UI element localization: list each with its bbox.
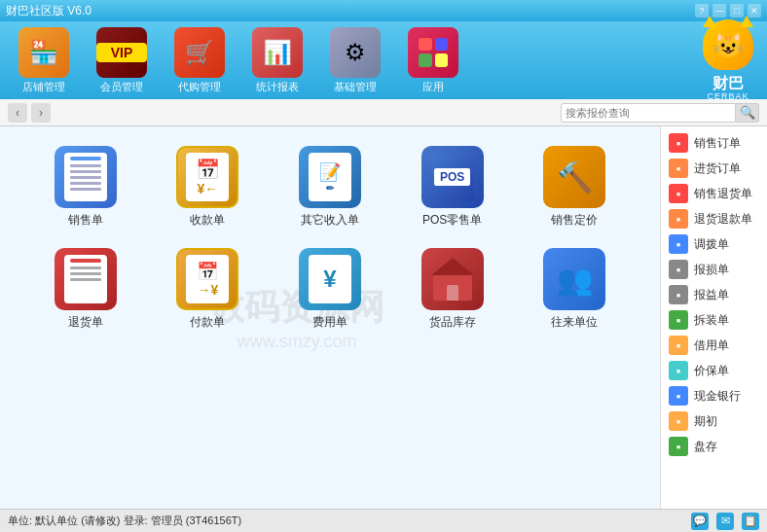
status-text: 单位: 默认单位 (请修改) 登录: 管理员 (3T46156T) — [8, 514, 241, 528]
sidebar-item-adjust-order[interactable]: ▪调拨单 — [661, 231, 767, 257]
sidebar-items: ▪销售订单▪进货订单▪销售退货单▪退货退款单▪调拨单▪报损单▪报益单▪拆装单▪借… — [661, 130, 767, 459]
toolbar-item-app[interactable]: 应用 — [399, 27, 467, 94]
toolbar-item-agent[interactable]: 🛒代购管理 — [165, 27, 234, 94]
content-item-warehouse[interactable]: 货品库存 — [396, 248, 509, 331]
logo-brand: 财巴 — [712, 76, 744, 91]
sidebar-label-unpack-order: 拆装单 — [694, 312, 729, 329]
content-icon-pos: POS — [421, 146, 484, 208]
status-right-icons: 💬 ✉ 📋 — [691, 513, 759, 530]
sidebar-label-sales-order: 销售订单 — [694, 135, 741, 152]
content-item-pricing[interactable]: 🔨销售定价 — [518, 146, 631, 229]
sidebar-item-sales-order[interactable]: ▪销售订单 — [661, 130, 767, 156]
toolbar-label-agent: 代购管理 — [178, 80, 221, 94]
sidebar-label-borrow-order: 借用单 — [694, 337, 729, 354]
sidebar-label-period: 期初 — [694, 413, 717, 430]
content-item-payment[interactable]: 📅 →¥ 付款单 — [152, 248, 265, 331]
content-icon-receipt: 📅 ¥← — [176, 146, 238, 208]
sidebar-item-cash-bank[interactable]: ▪现金银行 — [661, 383, 767, 408]
toolbar-label-stats: 统计报表 — [256, 80, 299, 94]
status-email-icon[interactable]: ✉ — [716, 513, 734, 530]
sidebar-item-sales-return-order[interactable]: ▪销售退货单 — [661, 181, 767, 206]
search-box: 🔍 — [561, 103, 759, 123]
status-notify-icon[interactable]: 📋 — [742, 513, 759, 530]
status-bar: 单位: 默认单位 (请修改) 登录: 管理员 (3T46156T) 💬 ✉ 📋 — [0, 509, 767, 532]
content-icon-partners: 👥 — [543, 248, 605, 310]
content-item-return[interactable]: 退货单 — [29, 248, 142, 331]
sidebar-item-unpack-order[interactable]: ▪拆装单 — [661, 307, 767, 333]
status-chat-icon[interactable]: 💬 — [691, 513, 709, 530]
toolbar-item-vip[interactable]: VIP会员管理 — [88, 27, 156, 94]
toolbar-icon-stats: 📊 — [252, 27, 303, 78]
toolbar-item-shop[interactable]: 🏪店铺管理 — [10, 27, 78, 94]
sidebar-label-price-order: 价保单 — [694, 363, 729, 379]
sidebar-icon-count-order: ▪ — [669, 260, 688, 279]
back-button[interactable]: ‹ — [8, 103, 27, 123]
content-icon-payment: 📅 →¥ — [176, 248, 238, 310]
search-button[interactable]: 🔍 — [736, 103, 759, 123]
sidebar-label-purchase-order: 进货订单 — [694, 160, 741, 177]
logo-brand-en: CERBAK — [707, 91, 749, 101]
content-item-partners[interactable]: 👥往来单位 — [518, 248, 631, 331]
sidebar-icon-cash-bank: ▪ — [669, 386, 688, 406]
toolbar: 🏪店铺管理VIP会员管理🛒代购管理📊统计报表⚙基础管理 应用 😺 财巴 CERB… — [0, 21, 767, 99]
sidebar-icon-sales-order: ▪ — [669, 133, 688, 153]
sidebar-icon-inventory-order: ▪ — [669, 285, 688, 304]
sidebar-icon-purchase-order: ▪ — [669, 159, 688, 178]
content-item-expense[interactable]: ¥ 费用单 — [274, 248, 386, 331]
content-item-otherincome[interactable]: 📝 ✏ 其它收入单 — [274, 146, 386, 229]
content-label-otherincome: 其它收入单 — [301, 212, 359, 229]
sidebar-item-period[interactable]: ▪期初 — [661, 408, 767, 434]
sidebar-label-count-order: 报损单 — [694, 262, 729, 278]
main-area: 数码资源网 www.smzy.com 销售单 📅 ¥← 收款单 📝 ✏ 其它收入… — [0, 126, 767, 509]
content-icon-pricing: 🔨 — [543, 146, 605, 208]
toolbar-item-base[interactable]: ⚙基础管理 — [321, 27, 389, 94]
toolbar-items: 🏪店铺管理VIP会员管理🛒代购管理📊统计报表⚙基础管理 应用 — [10, 27, 467, 94]
content-item-sales[interactable]: 销售单 — [29, 146, 142, 229]
sidebar-icon-inventory: ▪ — [669, 437, 688, 456]
content-item-pos[interactable]: POS POS零售单 — [396, 146, 509, 229]
content-icon-otherincome: 📝 ✏ — [299, 146, 361, 208]
content-icon-sales — [55, 146, 117, 208]
toolbar-item-stats[interactable]: 📊统计报表 — [243, 27, 311, 94]
content-label-partners: 往来单位 — [551, 314, 598, 331]
sidebar-item-inventory[interactable]: ▪盘存 — [661, 434, 767, 459]
search-input[interactable] — [561, 103, 736, 123]
sidebar-item-purchase-return-order[interactable]: ▪退货退款单 — [661, 206, 767, 231]
content-label-pos: POS零售单 — [422, 212, 482, 229]
content-label-pricing: 销售定价 — [551, 212, 598, 229]
sidebar-icon-period: ▪ — [669, 411, 688, 431]
sidebar-item-inventory-order[interactable]: ▪报益单 — [661, 282, 767, 307]
content-label-sales: 销售单 — [68, 212, 103, 229]
sidebar-icon-adjust-order: ▪ — [669, 234, 688, 254]
sidebar-icon-purchase-return-order: ▪ — [669, 209, 688, 229]
content-label-warehouse: 货品库存 — [429, 314, 476, 331]
toolbar-icon-agent: 🛒 — [174, 27, 225, 78]
sidebar-item-price-order[interactable]: ▪价保单 — [661, 358, 767, 383]
content-label-receipt: 收款单 — [190, 212, 225, 229]
content-label-payment: 付款单 — [190, 314, 225, 331]
sidebar-icon-sales-return-order: ▪ — [669, 184, 688, 203]
toolbar-icon-app — [408, 27, 458, 78]
forward-button[interactable]: › — [31, 103, 51, 123]
title-bar: 财巴社区版 V6.0 ? — □ ✕ — [0, 0, 767, 21]
sidebar: ▪销售订单▪进货订单▪销售退货单▪退货退款单▪调拨单▪报损单▪报益单▪拆装单▪借… — [660, 126, 767, 509]
content-icon-warehouse — [421, 248, 484, 310]
sidebar-label-sales-return-order: 销售退货单 — [694, 186, 752, 202]
sidebar-icon-price-order: ▪ — [669, 361, 688, 380]
toolbar-icon-base: ⚙ — [330, 27, 381, 78]
sidebar-item-count-order[interactable]: ▪报损单 — [661, 257, 767, 282]
content-item-receipt[interactable]: 📅 ¥← 收款单 — [152, 146, 265, 229]
sidebar-label-inventory: 盘存 — [694, 439, 717, 455]
sidebar-item-purchase-order[interactable]: ▪进货订单 — [661, 156, 767, 181]
toolbar-label-vip: 会员管理 — [100, 80, 143, 94]
sidebar-label-inventory-order: 报益单 — [694, 287, 729, 303]
sidebar-icon-unpack-order: ▪ — [669, 310, 688, 330]
title-text: 财巴社区版 V6.0 — [6, 3, 91, 19]
sidebar-label-adjust-order: 调拨单 — [694, 236, 729, 253]
sidebar-icon-borrow-order: ▪ — [669, 336, 688, 355]
toolbar-label-shop: 店铺管理 — [22, 80, 65, 94]
toolbar-label-base: 基础管理 — [334, 80, 377, 94]
sidebar-item-borrow-order[interactable]: ▪借用单 — [661, 333, 767, 358]
logo: 😺 财巴 CERBAK — [699, 19, 757, 101]
content-grid: 数码资源网 www.smzy.com 销售单 📅 ¥← 收款单 📝 ✏ 其它收入… — [0, 126, 660, 509]
